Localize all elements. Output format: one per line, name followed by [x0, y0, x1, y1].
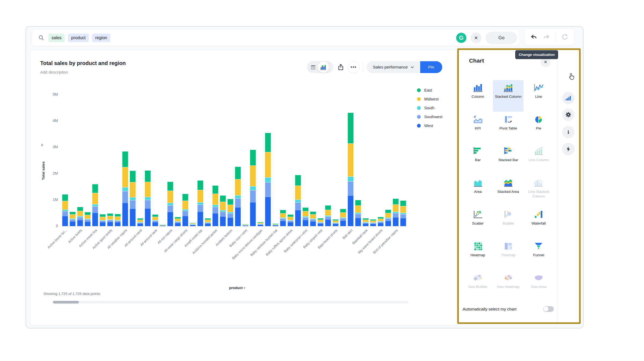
bar[interactable]: [122, 151, 128, 226]
bar[interactable]: [258, 222, 263, 226]
bar[interactable]: [107, 213, 113, 226]
bar[interactable]: [167, 182, 173, 226]
chart-type-waterfall[interactable]: Waterfall: [524, 207, 554, 239]
dataset-selector[interactable]: Sales performance: [367, 61, 420, 73]
bar[interactable]: [220, 195, 226, 226]
redo-button[interactable]: [543, 33, 551, 41]
chart-type-scatter[interactable]: Scatter: [463, 207, 493, 239]
y-axis-title[interactable]: Total sales: [41, 155, 45, 187]
bar[interactable]: [355, 200, 361, 226]
bar[interactable]: [273, 223, 278, 226]
share-button[interactable]: [336, 62, 346, 72]
bar[interactable]: [243, 224, 248, 226]
legend-item-southwest[interactable]: Southwest: [417, 115, 442, 119]
chart-type-kpi[interactable]: #KPI: [463, 112, 493, 143]
chart-type-funnel[interactable]: Funnel: [524, 239, 554, 270]
chart-type-area[interactable]: Area: [463, 175, 493, 207]
chart-scrollbar-thumb[interactable]: [53, 301, 79, 304]
bar[interactable]: [363, 218, 368, 226]
table-mode-icon[interactable]: [310, 64, 316, 70]
insights-button[interactable]: [562, 143, 575, 155]
bar[interactable]: [85, 212, 90, 226]
details-button[interactable]: i: [562, 126, 575, 138]
bar[interactable]: [213, 185, 218, 226]
bar[interactable]: [333, 219, 338, 226]
chart-type-stacked-area[interactable]: Stacked Area: [493, 175, 523, 207]
search-token-product[interactable]: product: [68, 34, 89, 42]
bar[interactable]: [62, 194, 68, 226]
bar[interactable]: [92, 184, 98, 226]
bar[interactable]: [190, 223, 196, 226]
bar[interactable]: [370, 219, 376, 226]
add-description[interactable]: Add description: [40, 70, 68, 74]
undo-button[interactable]: [530, 33, 538, 41]
more-options-button[interactable]: •••: [348, 61, 360, 73]
bar-segment-southwest: [340, 218, 346, 221]
bar[interactable]: [280, 210, 286, 226]
chart-type-pie[interactable]: Pie: [524, 112, 554, 143]
bar[interactable]: [115, 214, 120, 226]
pin-button[interactable]: Pin: [420, 61, 442, 73]
bar[interactable]: [175, 217, 181, 226]
configure-button[interactable]: [562, 109, 575, 121]
chart-mode-button[interactable]: [318, 62, 329, 73]
chart-type-column[interactable]: Column: [463, 80, 493, 112]
line-column-icon: [533, 146, 544, 157]
chart-type-heatmap[interactable]: Heatmap: [463, 239, 493, 270]
search-token-sales[interactable]: sales: [48, 34, 65, 42]
clear-search-button[interactable]: ✕: [471, 33, 481, 43]
chart-type-pivot-table[interactable]: Pivot Table: [493, 112, 523, 143]
bar[interactable]: [228, 199, 233, 226]
bar[interactable]: [340, 209, 346, 226]
go-button[interactable]: Go: [486, 32, 517, 44]
auto-select-toggle[interactable]: [543, 306, 554, 312]
x-axis-title[interactable]: product ▾: [218, 286, 256, 290]
bar-segment-southwest: [280, 218, 286, 221]
bar[interactable]: [400, 200, 406, 226]
grammarly-icon[interactable]: G: [456, 33, 466, 43]
bar[interactable]: [265, 133, 271, 226]
bar[interactable]: [325, 205, 331, 226]
chart-type-bar[interactable]: Bar: [463, 143, 493, 175]
bar[interactable]: [70, 212, 75, 226]
chart-type-line-column: Line Column: [524, 143, 554, 175]
bar[interactable]: [310, 211, 316, 226]
bar[interactable]: [100, 214, 105, 226]
legend-item-east[interactable]: East: [417, 88, 442, 92]
bar[interactable]: [303, 207, 308, 226]
bar[interactable]: [393, 198, 398, 226]
chart-type-label: Area: [474, 190, 482, 194]
bar[interactable]: [152, 214, 158, 226]
chart-scrollbar[interactable]: [53, 301, 408, 304]
bar[interactable]: [348, 113, 353, 226]
bar-segment-midwest: [197, 190, 203, 202]
bar[interactable]: [197, 180, 203, 226]
bar[interactable]: [318, 218, 323, 226]
legend-item-midwest[interactable]: Midwest: [417, 97, 442, 101]
display-mode-toggle[interactable]: [307, 61, 333, 73]
bar[interactable]: [205, 218, 211, 226]
change-visualization-button[interactable]: [562, 92, 575, 104]
bar[interactable]: [288, 214, 293, 226]
search-token-region[interactable]: region: [92, 34, 110, 42]
chart-type-bubble: Bubble: [493, 207, 523, 239]
bar[interactable]: [182, 194, 188, 226]
search-input[interactable]: salesproductregion G ✕ Go: [32, 30, 519, 46]
bar[interactable]: [378, 217, 383, 226]
bar[interactable]: [295, 175, 301, 226]
reset-button[interactable]: [561, 33, 569, 41]
chart-type-stacked-bar[interactable]: Stacked Bar: [493, 143, 523, 175]
legend-item-west[interactable]: West: [417, 124, 442, 128]
bar[interactable]: [130, 171, 136, 226]
bar[interactable]: [145, 170, 151, 226]
bar[interactable]: [77, 207, 83, 226]
legend-item-south[interactable]: South: [417, 106, 442, 110]
caret-down-icon: ▾: [244, 286, 245, 290]
bar[interactable]: [235, 167, 241, 226]
bar[interactable]: [160, 225, 166, 226]
bar[interactable]: [137, 218, 143, 226]
chart-type-line[interactable]: Line: [524, 80, 554, 112]
bar[interactable]: [385, 210, 391, 226]
chart-type-stacked-column[interactable]: Stacked Column: [493, 80, 523, 112]
bar[interactable]: [250, 150, 256, 226]
